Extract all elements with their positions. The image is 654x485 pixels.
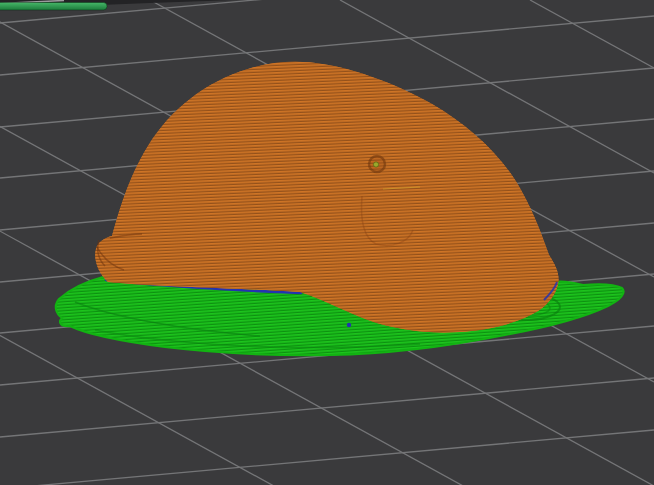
slicer-3d-viewport[interactable] bbox=[0, 0, 654, 485]
skirt-line[interactable] bbox=[0, 3, 107, 11]
helmet-vent-dimple bbox=[369, 156, 385, 172]
interface-blue-dot bbox=[347, 323, 351, 327]
scene-canvas bbox=[0, 0, 654, 485]
